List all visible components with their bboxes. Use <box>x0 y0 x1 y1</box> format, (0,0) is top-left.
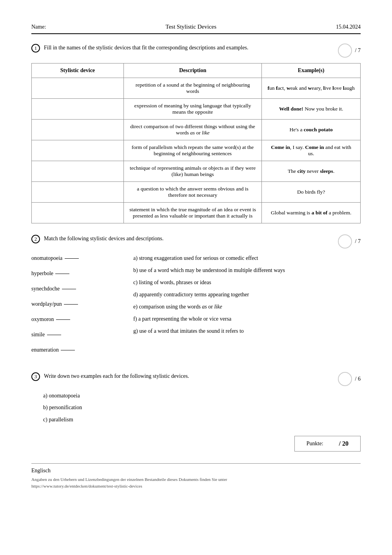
section-1-score-wrap: / 7 <box>338 44 361 58</box>
example-cell-5: The city never sleeps. <box>262 161 361 182</box>
col-header-example: Example(s) <box>262 63 361 78</box>
section-2-instruction: Match the following stylistic devices an… <box>44 234 163 243</box>
desc-cell-4: form of parallelism which repeats the sa… <box>123 140 261 161</box>
blank-6[interactable] <box>47 335 61 335</box>
desc-cell-6: a question to which the answer seems obv… <box>123 182 261 203</box>
example-cell-1: fun fact, weak and weary, live love laug… <box>262 78 361 99</box>
punkte-label: Punkte: <box>307 441 323 447</box>
list-item: a) onomatopoeia <box>43 392 361 400</box>
desc-cell-3: direct comparison of two different thing… <box>123 120 261 140</box>
blank-1[interactable] <box>65 258 79 259</box>
list-item: c) listing of words, phrases or ideas <box>133 278 361 287</box>
section-3-score-wrap: / 6 <box>338 372 361 386</box>
section-2-number: 2 <box>31 235 40 243</box>
table-row: technique of representing animals or obj… <box>32 161 361 182</box>
section-2: 2 Match the following stylistic devices … <box>31 234 361 361</box>
list-item: e) comparison using the words as or like <box>133 303 361 311</box>
name-label: Name: <box>31 24 46 30</box>
section-1-score: / 7 <box>355 47 361 54</box>
punkte-section: Punkte: / 20 <box>31 436 361 452</box>
table-row: direct comparison of two different thing… <box>32 120 361 140</box>
section-3: 3 Write down two examples each for the f… <box>31 372 361 424</box>
list-item: synechdoche <box>31 285 133 293</box>
device-cell-2[interactable] <box>32 99 124 120</box>
list-item: g) use of a word that imitates the sound… <box>133 327 361 335</box>
list-item: b) personification <box>43 403 361 412</box>
list-item: onomatopoeia <box>31 254 133 262</box>
blank-3[interactable] <box>62 289 76 289</box>
section-2-header-left: 2 Match the following stylistic devices … <box>31 234 163 243</box>
device-cell-4[interactable] <box>32 140 124 161</box>
page-footer: Englisch Angaben zu den Urhebern und Liz… <box>31 463 361 489</box>
section-1-score-badge <box>338 44 352 58</box>
list-item: oxymoron <box>31 315 133 323</box>
section-2-score-wrap: / 7 <box>338 234 361 248</box>
section-2-score-badge <box>338 234 352 248</box>
section-3-items: a) onomatopoeia b) personification c) pa… <box>31 392 361 424</box>
device-cell-7[interactable] <box>32 203 124 223</box>
table-row: expression of meaning by using language … <box>32 99 361 120</box>
list-item: hyperbole <box>31 269 133 278</box>
desc-cell-2: expression of meaning by using language … <box>123 99 261 120</box>
table-row: statement in which the true magnitude of… <box>32 203 361 223</box>
section-3-score: / 6 <box>355 376 361 382</box>
list-item: f) a part representing the whole or vice… <box>133 315 361 323</box>
section-2-terms: onomatopoeia hyperbole synechdoche wordp… <box>31 254 133 361</box>
page-header: Name: Test Stylistic Devices 15.04.2024 <box>31 24 361 34</box>
section-1-header-left: 1 Fill in the names of the stylistic dev… <box>31 44 248 53</box>
example-cell-7: Global warming is a bit of a problem. <box>262 203 361 223</box>
section-3-score-badge <box>338 372 352 386</box>
section-1-number: 1 <box>31 44 40 53</box>
section-1-header: 1 Fill in the names of the stylistic dev… <box>31 44 361 58</box>
blank-5[interactable] <box>56 319 70 320</box>
section-2-body: onomatopoeia hyperbole synechdoche wordp… <box>31 254 361 361</box>
page-title: Test Stylistic Devices <box>165 24 216 30</box>
example-cell-4: Come in, I say. Come in and eat with us. <box>262 140 361 161</box>
table-header-row: Stylistic device Description Example(s) <box>32 63 361 78</box>
device-cell-5[interactable] <box>32 161 124 182</box>
list-item: wordplay/pun <box>31 300 133 308</box>
punkte-box: Punkte: / 20 <box>294 436 361 452</box>
table-row: a question to which the answer seems obv… <box>32 182 361 203</box>
section-1-instruction: Fill in the names of the stylistic devic… <box>44 44 248 52</box>
list-item: c) parallelism <box>43 415 361 424</box>
col-header-device: Stylistic device <box>32 63 124 78</box>
device-cell-1[interactable] <box>32 78 124 99</box>
footer-copy: Angaben zu den Urhebern und Lizenzbeding… <box>31 476 361 489</box>
blank-2[interactable] <box>55 274 69 274</box>
section-2-score: / 7 <box>355 238 361 245</box>
date-label: 15.04.2024 <box>336 24 361 30</box>
section-3-header: 3 Write down two examples each for the f… <box>31 372 361 386</box>
desc-cell-7: statement in which the true magnitude of… <box>123 203 261 223</box>
section-3-instruction: Write down two examples each for the fol… <box>44 372 189 380</box>
device-cell-6[interactable] <box>32 182 124 203</box>
section-3-number: 3 <box>31 372 40 381</box>
section-1: 1 Fill in the names of the stylistic dev… <box>31 44 361 223</box>
table-row: repetition of a sound at the beginning o… <box>32 78 361 99</box>
section-2-header: 2 Match the following stylistic devices … <box>31 234 361 248</box>
section-2-definitions: a) strong exaggeration used for serious … <box>133 254 361 361</box>
desc-cell-1: repetition of a sound at the beginning o… <box>123 78 261 99</box>
list-item: simile <box>31 330 133 339</box>
list-item: b) use of a word which may be understood… <box>133 266 361 274</box>
example-cell-6: Do birds fly? <box>262 182 361 203</box>
list-item: d) apparently contradictory terms appear… <box>133 290 361 299</box>
punkte-score: / 20 <box>339 440 348 447</box>
col-header-description: Description <box>123 63 261 78</box>
footer-subject: Englisch <box>31 468 361 474</box>
table-row: form of parallelism which repeats the sa… <box>32 140 361 161</box>
list-item: enumeration <box>31 346 133 354</box>
desc-cell-5: technique of representing animals or obj… <box>123 161 261 182</box>
list-item: a) strong exaggeration used for serious … <box>133 254 361 262</box>
stylistic-device-table: Stylistic device Description Example(s) … <box>31 63 361 223</box>
device-cell-3[interactable] <box>32 120 124 140</box>
blank-4[interactable] <box>64 304 78 305</box>
section-3-header-left: 3 Write down two examples each for the f… <box>31 372 189 381</box>
blank-7[interactable] <box>61 350 75 350</box>
example-cell-3: He's a couch potato <box>262 120 361 140</box>
example-cell-2: Well done! Now you broke it. <box>262 99 361 120</box>
